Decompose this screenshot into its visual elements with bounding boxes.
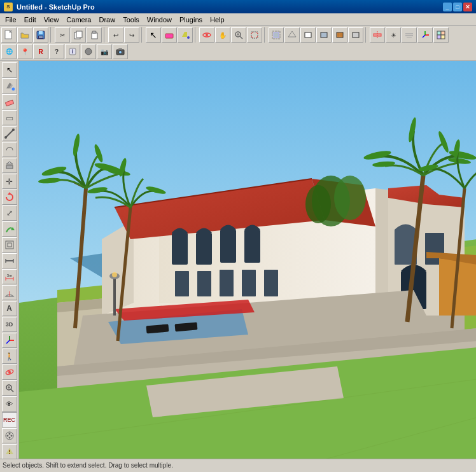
follow-me-button[interactable] bbox=[2, 221, 17, 237]
orbit-tool-button[interactable] bbox=[2, 364, 17, 380]
svg-text:3m: 3m bbox=[6, 274, 11, 277]
pan-tb-button[interactable]: ✋ bbox=[215, 27, 230, 43]
extra2-button[interactable] bbox=[2, 444, 17, 459]
redo-button[interactable]: ↪ bbox=[124, 27, 139, 43]
sep5 bbox=[264, 27, 267, 43]
menu-camera[interactable]: Camera bbox=[62, 15, 95, 25]
eraser-tb-button[interactable] bbox=[162, 27, 177, 43]
select-tb-button[interactable]: ↖ bbox=[146, 27, 161, 43]
svg-marker-60 bbox=[8, 192, 11, 195]
paint-tb-button[interactable] bbox=[178, 27, 193, 43]
components-button[interactable] bbox=[433, 27, 449, 43]
svg-point-84 bbox=[6, 435, 8, 437]
orbit-tb-button[interactable] bbox=[199, 27, 214, 43]
look-around-button[interactable]: 👁 bbox=[2, 396, 17, 412]
entity-info-button[interactable]: i bbox=[65, 44, 80, 59]
minimize-button[interactable]: _ bbox=[443, 3, 452, 11]
paste-button[interactable] bbox=[87, 27, 102, 43]
svg-rect-106 bbox=[220, 230, 236, 263]
svg-rect-62 bbox=[6, 241, 13, 249]
menu-window[interactable]: Window bbox=[143, 15, 176, 25]
viewport[interactable] bbox=[19, 61, 476, 459]
section-button[interactable] bbox=[370, 27, 385, 43]
push-pull-button[interactable] bbox=[2, 158, 17, 173]
svg-point-56 bbox=[4, 136, 7, 139]
scale-tool-button[interactable]: ⤢ bbox=[2, 205, 17, 221]
svg-rect-105 bbox=[196, 233, 212, 265]
line-tool-button[interactable] bbox=[2, 126, 17, 141]
walk-tool-button[interactable]: 🚶 bbox=[2, 349, 17, 364]
sep3 bbox=[141, 27, 144, 43]
zoom-side-button[interactable] bbox=[2, 380, 17, 396]
textured-button[interactable] bbox=[332, 27, 347, 43]
location-button[interactable]: 📍 bbox=[17, 44, 32, 59]
undo-button[interactable]: ↩ bbox=[108, 27, 123, 43]
arc-tool-button[interactable]: ◠ bbox=[2, 142, 17, 157]
cut-button[interactable]: ✂ bbox=[55, 27, 70, 43]
advanced-cam-button[interactable] bbox=[113, 44, 128, 59]
record-button[interactable]: REC bbox=[2, 412, 17, 427]
titlebar: S Untitled - SketchUp Pro _ □ ✕ bbox=[0, 0, 476, 13]
menu-view[interactable]: View bbox=[40, 15, 63, 25]
svg-rect-6 bbox=[39, 36, 43, 38]
xray-button[interactable] bbox=[269, 27, 284, 43]
shadow-button[interactable]: ☀ bbox=[386, 27, 401, 43]
svg-rect-4 bbox=[39, 31, 43, 34]
solid-button[interactable] bbox=[81, 44, 96, 59]
offset-tool-button[interactable] bbox=[2, 237, 17, 253]
maximize-button[interactable]: □ bbox=[453, 3, 462, 11]
svg-rect-109 bbox=[197, 271, 211, 296]
new-button[interactable] bbox=[1, 27, 17, 43]
open-button[interactable] bbox=[17, 27, 32, 43]
tape-tool-button[interactable] bbox=[2, 253, 17, 268]
3d-text-tool-button[interactable]: 3D bbox=[2, 317, 17, 332]
eraser-tool-button[interactable] bbox=[2, 94, 17, 109]
menu-plugins[interactable]: Plugins bbox=[176, 15, 206, 25]
svg-rect-45 bbox=[437, 35, 441, 39]
protractor-tool-button[interactable] bbox=[2, 285, 17, 300]
svg-rect-110 bbox=[220, 270, 234, 296]
svg-line-42 bbox=[423, 35, 425, 38]
svg-point-53 bbox=[11, 88, 15, 91]
toolbar-row-2: 🌐 📍 R ? i 📷 bbox=[1, 44, 475, 59]
ruby-button[interactable]: R bbox=[33, 44, 48, 59]
axes-tool-button[interactable] bbox=[2, 333, 17, 348]
menu-edit[interactable]: Edit bbox=[20, 15, 40, 25]
window-controls: _ □ ✕ bbox=[443, 3, 472, 11]
zoom-ext-tb-button[interactable] bbox=[247, 27, 262, 43]
move-tool-button[interactable]: ✛ bbox=[2, 174, 17, 189]
help-button[interactable]: ? bbox=[49, 44, 64, 59]
dimension-tool-button[interactable]: 3m bbox=[2, 269, 17, 284]
mono-button[interactable] bbox=[348, 27, 363, 43]
menu-help[interactable]: Help bbox=[206, 15, 228, 25]
copy-button[interactable] bbox=[71, 27, 86, 43]
svg-point-57 bbox=[12, 128, 15, 131]
sep1 bbox=[50, 27, 53, 43]
scene-canvas[interactable] bbox=[19, 61, 476, 459]
rotate-tool-button[interactable] bbox=[2, 190, 17, 205]
save-button[interactable] bbox=[33, 27, 48, 43]
shaded-button[interactable] bbox=[316, 27, 332, 43]
fog-button[interactable] bbox=[402, 27, 417, 43]
menu-tools[interactable]: Tools bbox=[119, 15, 143, 25]
extra1-button[interactable] bbox=[2, 428, 17, 443]
geo-location-button[interactable]: 🌐 bbox=[1, 44, 17, 59]
select-tool-button[interactable]: ↖ bbox=[2, 62, 17, 78]
menu-file[interactable]: File bbox=[1, 15, 20, 25]
hidden-line-button[interactable] bbox=[300, 27, 316, 43]
paint-tool-button[interactable] bbox=[2, 78, 17, 94]
zoom-tb-button[interactable] bbox=[231, 27, 246, 43]
svg-point-51 bbox=[119, 51, 122, 54]
statusbar: Select objects. Shift to extend select. … bbox=[0, 459, 476, 471]
axes-button[interactable] bbox=[417, 27, 433, 43]
wireframe-button[interactable] bbox=[284, 27, 300, 43]
photo-match-button[interactable]: 📷 bbox=[97, 44, 112, 59]
svg-point-12 bbox=[187, 36, 190, 39]
svg-rect-44 bbox=[441, 31, 445, 35]
rectangle-tool-button[interactable]: ▭ bbox=[2, 110, 17, 125]
text-tool-button[interactable]: A bbox=[2, 301, 17, 316]
menu-draw[interactable]: Draw bbox=[95, 15, 119, 25]
close-button[interactable]: ✕ bbox=[463, 3, 472, 11]
svg-rect-112 bbox=[264, 270, 278, 296]
sep4 bbox=[195, 27, 197, 43]
